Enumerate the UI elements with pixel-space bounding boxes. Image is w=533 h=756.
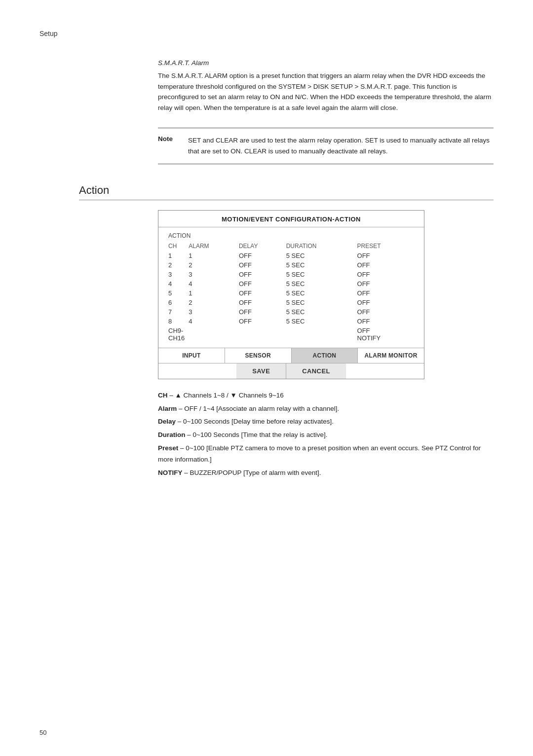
table-row: 22OFF5 SECOFF: [168, 260, 414, 270]
cell-delay: OFF: [239, 288, 286, 298]
main-content: S.M.A.R.T. Alarm The S.M.A.R.T. ALARM op…: [158, 59, 494, 479]
note-box: Note SET and CLEAR are used to test the …: [158, 128, 494, 164]
cell-duration: 5 SEC: [286, 251, 357, 260]
cell-alarm: 1: [189, 288, 239, 298]
cancel-button[interactable]: CANCEL: [286, 363, 346, 379]
cell-preset: OFF: [357, 288, 414, 298]
col-ch: CH: [168, 241, 189, 251]
page: Setup S.M.A.R.T. Alarm The S.M.A.R.T. AL…: [0, 0, 533, 756]
action-section: Action MOTION/EVENT CONFIGURATION-ACTION…: [158, 184, 494, 479]
cell-ch: 3: [168, 270, 189, 279]
cell-ch: 8: [168, 317, 189, 326]
cell-delay: OFF: [239, 298, 286, 307]
tab-action[interactable]: ACTION: [292, 348, 358, 363]
cell-alarm: 3: [189, 307, 239, 317]
table-row: 73OFF5 SECOFF: [168, 307, 414, 317]
cell-alarm: 4: [189, 317, 239, 326]
cell-ch: 6: [168, 298, 189, 307]
desc-alarm: Alarm – OFF / 1~4 [Associate an alarm re…: [158, 403, 494, 415]
cell-preset: OFF: [357, 251, 414, 260]
desc-notify: NOTIFY – BUZZER/POPUP [Type of alarm wit…: [158, 468, 494, 479]
tab-input[interactable]: INPUT: [158, 348, 225, 363]
cell-duration: 5 SEC: [286, 279, 357, 288]
cell-alarm: 3: [189, 270, 239, 279]
cell-preset: OFF: [357, 270, 414, 279]
cell-ch: 1: [168, 251, 189, 260]
cell-duration: 5 SEC: [286, 288, 357, 298]
table-row: 62OFF5 SECOFF: [168, 298, 414, 307]
tab-alarm-monitor[interactable]: ALARM MONITOR: [358, 348, 424, 363]
smart-alarm-title: S.M.A.R.T. Alarm: [158, 59, 494, 67]
cell-preset: OFF: [357, 260, 414, 270]
cell-delay: OFF: [239, 307, 286, 317]
cell-ch9: CH9-CH16: [168, 326, 189, 343]
cell-ch9-preset: OFFNOTIFY: [357, 326, 414, 343]
cell-alarm: 2: [189, 298, 239, 307]
cell-ch: 5: [168, 288, 189, 298]
cell-delay: OFF: [239, 251, 286, 260]
table-inner: ACTION CH ALARM DELAY DURATION PRESET: [158, 227, 424, 343]
table-row: 33OFF5 SECOFF: [168, 270, 414, 279]
cell-duration: 5 SEC: [286, 260, 357, 270]
table-row: 84OFF5 SECOFF: [168, 317, 414, 326]
table-title: MOTION/EVENT CONFIGURATION-ACTION: [158, 211, 424, 227]
note-text: SET and CLEAR are used to test the alarm…: [188, 135, 494, 156]
cell-delay: OFF: [239, 317, 286, 326]
cell-preset: OFF: [357, 317, 414, 326]
cell-ch9-alarm: [189, 326, 239, 343]
action-heading: Action: [79, 184, 494, 200]
note-label: Note: [158, 135, 180, 156]
cell-alarm: 1: [189, 251, 239, 260]
ch9-row: CH9-CH16OFFNOTIFY: [168, 326, 414, 343]
cell-delay: OFF: [239, 270, 286, 279]
save-cancel-row: SAVE CANCEL: [158, 363, 424, 379]
save-button[interactable]: SAVE: [236, 363, 286, 379]
table-row: 44OFF5 SECOFF: [168, 279, 414, 288]
cell-ch: 2: [168, 260, 189, 270]
col-duration: DURATION: [286, 241, 357, 251]
desc-duration: Duration – 0~100 Seconds [Time that the …: [158, 430, 494, 441]
desc-preset: Preset – 0~100 [Enable PTZ camera to mov…: [158, 443, 494, 466]
action-sub-label: ACTION: [168, 232, 414, 239]
smart-alarm-body: The S.M.A.R.T. ALARM option is a preset …: [158, 71, 494, 113]
cell-alarm: 2: [189, 260, 239, 270]
data-table: CH ALARM DELAY DURATION PRESET 11OFF5 SE…: [168, 241, 414, 343]
page-number: 50: [39, 729, 46, 736]
desc-delay: Delay – 0~100 Seconds [Delay time before…: [158, 416, 494, 428]
cell-ch9-duration: [286, 326, 357, 343]
cell-delay: OFF: [239, 260, 286, 270]
col-preset: PRESET: [357, 241, 414, 251]
cell-alarm: 4: [189, 279, 239, 288]
cell-duration: 5 SEC: [286, 270, 357, 279]
table-body: 11OFF5 SECOFF22OFF5 SECOFF33OFF5 SECOFF4…: [168, 251, 414, 343]
table-header: CH ALARM DELAY DURATION PRESET: [168, 241, 414, 251]
cell-preset: OFF: [357, 307, 414, 317]
cell-preset: OFF: [357, 298, 414, 307]
header-row: CH ALARM DELAY DURATION PRESET: [168, 241, 414, 251]
cell-delay: OFF: [239, 279, 286, 288]
tab-sensor[interactable]: SENSOR: [225, 348, 292, 363]
col-delay: DELAY: [239, 241, 286, 251]
cell-ch: 7: [168, 307, 189, 317]
desc-ch: CH – ▲ Channels 1~8 / ▼ Channels 9~16: [158, 390, 494, 401]
setup-label: Setup: [39, 30, 58, 37]
cell-duration: 5 SEC: [286, 317, 357, 326]
cell-ch: 4: [168, 279, 189, 288]
cell-duration: 5 SEC: [286, 298, 357, 307]
cell-duration: 5 SEC: [286, 307, 357, 317]
table-row: 11OFF5 SECOFF: [168, 251, 414, 260]
col-alarm: ALARM: [189, 241, 239, 251]
action-table-container: MOTION/EVENT CONFIGURATION-ACTION ACTION…: [158, 210, 424, 379]
table-row: 51OFF5 SECOFF: [168, 288, 414, 298]
cell-preset: OFF: [357, 279, 414, 288]
cell-ch9-delay: [239, 326, 286, 343]
desc-section: CH – ▲ Channels 1~8 / ▼ Channels 9~16 Al…: [158, 390, 494, 479]
tabs-row: INPUT SENSOR ACTION ALARM MONITOR: [158, 348, 424, 363]
